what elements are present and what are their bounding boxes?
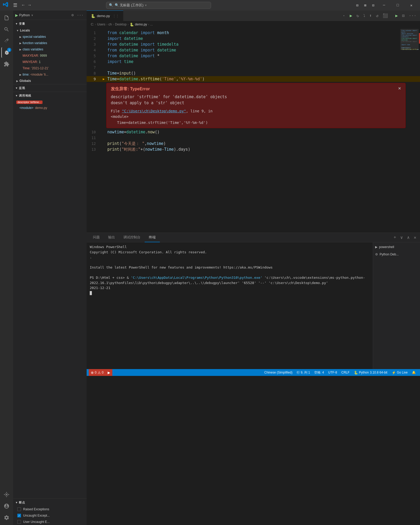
close-button[interactable]: ✕ [405, 1, 417, 9]
error-close-button[interactable]: ✕ [398, 86, 401, 91]
class-vars-item[interactable]: ▶ class variables [13, 46, 87, 52]
nav-back-button[interactable]: ← [20, 2, 26, 9]
breakpoints-section-header[interactable]: ▼ 断点 [13, 499, 87, 506]
terminal-close-button[interactable]: ✕ [412, 234, 418, 241]
debug-more-button[interactable]: ··· [76, 12, 85, 18]
status-error-item[interactable]: ⊗ 0 ⚠ 0 [89, 369, 106, 376]
search-bar[interactable]: 🔍 🔍 无标题 (工作区) ∨ [106, 2, 211, 9]
run-file-button[interactable]: ▶ [394, 12, 400, 19]
code-line-6: 6 import time [87, 59, 420, 65]
layout-icon-2[interactable]: ⊞ [362, 2, 368, 9]
tab-demo-py[interactable]: 🐍 demo.py ⋮⋮ [87, 10, 123, 21]
activity-item-debug[interactable]: 1 [1, 47, 12, 58]
error-file-link[interactable]: "C:\Users\ch\Desktop\demo.py" [122, 109, 186, 113]
terminal-chevron-down-button[interactable]: ∨ [399, 234, 405, 241]
activity-item-git[interactable] [1, 36, 12, 46]
terminal-side-powershell[interactable]: ▶ powershell [373, 243, 420, 251]
terminal-line-5: Install the latest PowerShell for new fe… [90, 265, 370, 270]
status-python-icon: 🐍 [354, 371, 358, 375]
time-module-item[interactable]: ▶ time: <module 'ti... [13, 71, 87, 78]
status-notif-item[interactable]: 🔔 [410, 369, 418, 376]
line-number-10: 10 [87, 130, 101, 134]
terminal-content[interactable]: Windows PowerShell Copyright (C) Microso… [87, 242, 373, 369]
debug-sidebar: ▶ Python ∨ ⚙ ··· ▼ 变量 ▼ Locals [13, 10, 87, 525]
error-file: File "C:\Users\ch\Desktop\demo.py", line… [111, 108, 401, 119]
debug-step-over-button[interactable]: ↻ [355, 12, 361, 19]
variables-title: 变量 [19, 22, 25, 26]
bp-item-2: User Uncaught E... [13, 519, 87, 525]
bp-checkbox-1[interactable] [17, 514, 21, 517]
terminal-line-3: . [90, 255, 370, 260]
debug-step-out-button[interactable]: ⬆ [368, 12, 374, 19]
status-error-icon: ⊗ [91, 371, 94, 375]
activity-item-search[interactable] [1, 24, 12, 35]
watch-section: ▼ 监视 [13, 84, 87, 92]
status-debug-item[interactable]: ▶ [106, 369, 112, 376]
minyear-label: MINYEAR: [23, 60, 38, 64]
terminal-tab-problems[interactable]: 问题 [89, 233, 104, 242]
code-editor[interactable]: 1 from calendar import month 2 import da… [87, 28, 420, 233]
activity-bottom [1, 489, 12, 525]
status-python-item[interactable]: 🐍 Python 3.10.8 64-bit [352, 369, 390, 376]
globals-item[interactable]: ▶ Globals [13, 78, 87, 84]
more-actions-button[interactable]: ··· [407, 12, 418, 19]
menu-icon[interactable]: ☰ [12, 1, 18, 9]
debug-run-config[interactable]: ▶ Python ∨ [15, 13, 33, 17]
breadcrumb-sep-1: › [95, 23, 96, 26]
maximize-button[interactable]: □ [392, 1, 404, 9]
status-position-item[interactable]: 行 9, 列 1 [295, 369, 312, 376]
activity-item-explorer[interactable] [1, 13, 12, 23]
variables-section-header[interactable]: ▼ 变量 [13, 20, 87, 27]
breadcrumb-desktop[interactable]: Desktop [115, 23, 127, 26]
debug-settings-button[interactable]: ⚙ [70, 12, 75, 18]
layout-icon-3[interactable]: ⊡ [370, 2, 376, 9]
terminal-chevron-up-button[interactable]: ∧ [406, 234, 411, 241]
status-encoding-item[interactable]: UTF-8 [326, 369, 339, 376]
breadcrumb-file[interactable]: 🐍 demo.py [130, 23, 147, 27]
breadcrumb-ch[interactable]: ch [108, 23, 112, 26]
terminal-add-button[interactable]: + [392, 234, 398, 241]
activity-item-settings[interactable] [1, 512, 12, 523]
locals-item[interactable]: ▼ Locals [13, 27, 87, 34]
line-number-2: 2 [87, 36, 101, 41]
callstack-arrow-icon: ▼ [15, 94, 18, 97]
status-line-ending-item[interactable]: CRLF [339, 369, 351, 376]
code-line-4: 4 from datetime import datetime [87, 47, 420, 53]
debug-run-button[interactable]: ▶ [348, 12, 354, 19]
terminal-line-1: Windows PowerShell [90, 244, 370, 250]
bp-checkbox-0[interactable] [17, 507, 21, 511]
nav-forward-button[interactable]: → [27, 2, 33, 9]
minimize-button[interactable]: ─ [378, 1, 390, 9]
callstack-section-header[interactable]: ▼ 调用堆栈 [13, 92, 87, 99]
tab-file-name: demo.py [97, 14, 110, 18]
callstack-frame-item[interactable]: <module> demo.py [13, 105, 87, 111]
breadcrumb-users[interactable]: Users [97, 23, 105, 26]
debug-restart-button[interactable]: ↺ [374, 12, 380, 19]
activity-item-remote[interactable] [1, 489, 12, 500]
layout-icon-1[interactable]: ⊟ [354, 2, 360, 9]
status-lang-item[interactable]: Chinese (Simplified) [262, 369, 295, 376]
terminal-tab-terminal[interactable]: 终端 [145, 233, 160, 242]
debug-stop-button[interactable]: ⬛ [381, 12, 390, 19]
breadcrumb-drive[interactable]: C: [91, 23, 94, 26]
line-number-12: 12 [87, 141, 101, 146]
sidebar-spacer [13, 111, 87, 498]
activity-item-extensions[interactable] [1, 59, 12, 69]
terminal-line-2: Copyright (C) Microsoft Corporation. All… [90, 250, 370, 255]
code-line-9: 9 ▶ Time=datetime.strftime('Time','%Y-%m… [87, 76, 420, 82]
watch-section-header[interactable]: ▼ 监视 [13, 84, 87, 92]
terminal-side-python-debug[interactable]: ⚙ Python Deb... [373, 251, 420, 258]
activity-item-account[interactable] [1, 501, 12, 511]
debug-step-into-button[interactable]: ⤵ [362, 13, 367, 19]
status-spaces-item[interactable]: 空格: 4 [312, 369, 326, 376]
terminal-tab-output[interactable]: 输出 [104, 233, 119, 242]
bp-checkbox-2[interactable] [17, 520, 21, 524]
status-golive-item[interactable]: ⚡ Go Live [390, 369, 410, 376]
line-content-11 [106, 135, 420, 140]
terminal-tab-debug-console[interactable]: 调试控制台 [119, 233, 145, 242]
special-vars-item[interactable]: ▶ special variables [13, 34, 87, 40]
terminal-line-8: 2021-12-21 [90, 285, 370, 291]
split-editor-button[interactable]: ⊡ [401, 12, 406, 19]
function-vars-item[interactable]: ▶ function variables [13, 40, 87, 46]
line-content-4: from datetime import datetime [106, 48, 420, 52]
